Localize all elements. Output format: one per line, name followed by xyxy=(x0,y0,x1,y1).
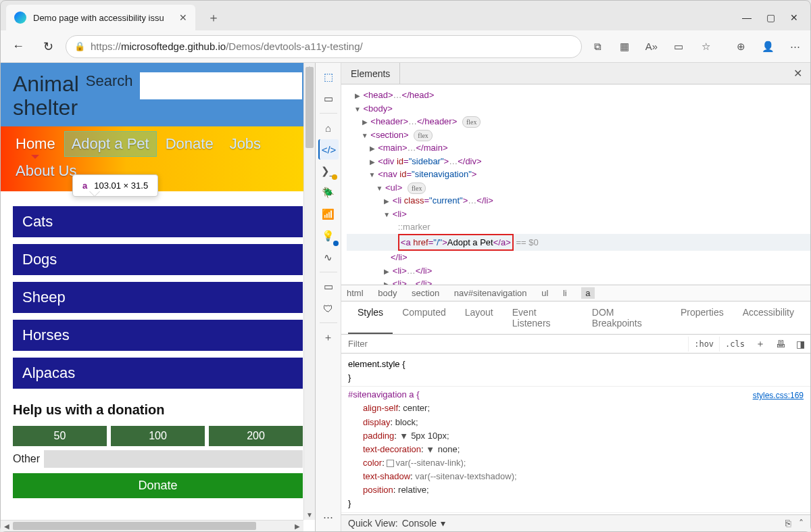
network-panel-icon[interactable]: 📶 xyxy=(318,204,339,224)
close-tab-icon[interactable]: ✕ xyxy=(179,12,187,23)
more-tools-icon[interactable]: ⋯ xyxy=(318,507,339,527)
scroll-right-arrow[interactable]: ▶ xyxy=(293,521,302,531)
sources-panel-icon[interactable]: 🪲 xyxy=(318,183,339,203)
quick-view-bar[interactable]: Quick View: Console ▾ ⎘ ˄ xyxy=(341,514,810,531)
tab-properties[interactable]: Properties xyxy=(671,301,733,334)
titlebar: Demo page with accessibility issu ✕ ＋ — … xyxy=(1,1,810,30)
devtools-panel: ⬚ ▭ ⌂ </> ❯_ 🪲 📶 💡 ∿ ▭ 🛡 ＋ ⋯ Elements xyxy=(315,63,810,531)
nav-adopt[interactable]: Adopt a Pet xyxy=(65,132,156,156)
toggle-cls[interactable]: .cls xyxy=(719,337,750,352)
quick-view-panel[interactable]: Console xyxy=(402,518,437,529)
favorite-icon[interactable]: ☆ xyxy=(695,37,716,57)
computed-mode-icon[interactable]: 🖶 xyxy=(770,336,791,352)
styles-pane[interactable]: element.style { } styles.css:169 #sitena… xyxy=(341,354,810,514)
donate-button[interactable]: Donate xyxy=(13,473,303,498)
devtools-tabbar: Elements ✕ xyxy=(341,63,810,84)
search-label: Search xyxy=(86,72,133,90)
element-inspect-tooltip: a 103.01 × 31.5 xyxy=(72,174,158,197)
styles-filter-input[interactable] xyxy=(341,335,688,353)
category-alpacas[interactable]: Alpacas xyxy=(13,358,303,389)
site-title: Animalshelter xyxy=(13,72,79,120)
devtools-activity-bar: ⬚ ▭ ⌂ </> ❯_ 🪲 📶 💡 ∿ ▭ 🛡 ＋ ⋯ xyxy=(316,63,341,531)
console-panel-icon[interactable]: ❯_ xyxy=(318,161,339,181)
selected-dom-node[interactable]: <a href="/">Adopt a Pet</a> xyxy=(398,234,514,251)
url-text: https://microsoftedge.github.io/Demos/de… xyxy=(91,41,573,52)
device-emulation-icon[interactable]: ▭ xyxy=(318,89,339,109)
tab-styles[interactable]: Styles xyxy=(348,301,393,334)
tab-dom-breakpoints[interactable]: DOM Breakpoints xyxy=(583,301,671,334)
window-controls: — ▢ ✕ xyxy=(742,12,810,23)
profile-icon[interactable]: 👤 xyxy=(758,37,778,57)
donate-50[interactable]: 50 xyxy=(13,426,107,446)
reader-icon[interactable]: ▭ xyxy=(668,37,689,57)
screenshot-icon[interactable]: ⧉ xyxy=(587,37,608,57)
vertical-scrollbar-thumb[interactable] xyxy=(305,67,314,148)
tab-layout[interactable]: Layout xyxy=(456,301,503,334)
security-panel-icon[interactable]: 🛡 xyxy=(318,298,339,318)
category-dogs[interactable]: Dogs xyxy=(13,244,303,275)
tooltip-dimensions: 103.01 × 31.5 xyxy=(94,180,148,191)
styles-filter-row: :hov .cls ＋ 🖶 ◨ xyxy=(341,335,810,354)
tab-title: Demo page with accessibility issu xyxy=(33,13,172,23)
address-bar[interactable]: 🔒 https://microsoftedge.github.io/Demos/… xyxy=(66,35,582,58)
add-tool-icon[interactable]: ＋ xyxy=(318,327,339,347)
memory-panel-icon[interactable]: ∿ xyxy=(318,247,339,268)
search-input[interactable] xyxy=(140,72,302,99)
browser-tab[interactable]: Demo page with accessibility issu ✕ xyxy=(6,5,195,30)
welcome-icon[interactable]: ⌂ xyxy=(318,118,339,138)
nav-home[interactable]: Home xyxy=(9,132,62,156)
elements-panel-icon[interactable]: </> xyxy=(318,139,339,160)
performance-panel-icon[interactable]: 💡 xyxy=(318,226,339,246)
devtools-close-icon[interactable]: ✕ xyxy=(785,67,810,80)
nav-donate[interactable]: Donate xyxy=(159,132,220,156)
rule-element-style: element.style { } xyxy=(341,356,810,387)
category-sheep[interactable]: Sheep xyxy=(13,282,303,313)
nav-jobs[interactable]: Jobs xyxy=(223,132,268,156)
vertical-scrollbar[interactable]: ▲ ▼ xyxy=(303,63,315,520)
scroll-left-arrow[interactable]: ◀ xyxy=(2,521,11,531)
tab-accessibility[interactable]: Accessibility xyxy=(733,301,804,334)
category-list: Cats Dogs Sheep Horses Alpacas xyxy=(1,191,315,393)
toolbar-icons: ⧉ ▦ A» ▭ ☆ ⊕ 👤 ⋯ xyxy=(587,37,805,57)
sidebar-toggle-icon[interactable]: ◨ xyxy=(791,336,810,352)
donate-100[interactable]: 100 xyxy=(111,426,205,446)
navigation-bar: ← ↻ 🔒 https://microsoftedge.github.io/De… xyxy=(1,30,810,63)
quick-view-label: Quick View: xyxy=(348,518,398,529)
scroll-down-arrow[interactable]: ▼ xyxy=(304,511,315,518)
back-button[interactable]: ← xyxy=(6,34,30,59)
horizontal-scrollbar-thumb[interactable] xyxy=(13,522,256,530)
category-horses[interactable]: Horses xyxy=(13,320,303,351)
page-viewport: Animalshelter Search Home Adopt a Pet Do… xyxy=(1,63,315,531)
tab-event-listeners[interactable]: Event Listeners xyxy=(503,301,583,334)
horizontal-scrollbar[interactable]: ◀ ▶ xyxy=(1,520,303,531)
apps-icon[interactable]: ▦ xyxy=(614,37,635,57)
quick-view-issues-icon[interactable]: ⎘ xyxy=(785,518,791,529)
collections-icon[interactable]: ⊕ xyxy=(731,37,751,57)
donation-heading: Help us with a donation xyxy=(13,402,303,418)
tooltip-tagname: a xyxy=(82,180,87,191)
new-tab-button[interactable]: ＋ xyxy=(202,7,225,28)
minimize-button[interactable]: — xyxy=(742,12,752,23)
new-style-rule-icon[interactable]: ＋ xyxy=(750,335,770,353)
read-aloud-icon[interactable]: A» xyxy=(641,37,662,57)
close-window-button[interactable]: ✕ xyxy=(790,12,798,23)
inspect-tool-icon[interactable]: ⬚ xyxy=(318,67,339,87)
category-cats[interactable]: Cats xyxy=(13,206,303,237)
rule-source-link[interactable]: styles.css:169 xyxy=(753,389,804,402)
edge-favicon xyxy=(14,11,26,24)
lock-icon: 🔒 xyxy=(74,41,85,51)
menu-icon[interactable]: ⋯ xyxy=(785,37,805,57)
dom-breadcrumbs[interactable]: html body section nav#sitenavigation ul … xyxy=(341,285,810,301)
other-amount-input[interactable] xyxy=(44,450,303,468)
chevron-down-icon[interactable]: ▾ xyxy=(441,518,445,529)
refresh-button[interactable]: ↻ xyxy=(36,34,60,59)
donate-200[interactable]: 200 xyxy=(209,426,303,446)
maximize-button[interactable]: ▢ xyxy=(766,12,775,23)
donation-section: Help us with a donation 50 100 200 Other… xyxy=(1,393,315,508)
application-panel-icon[interactable]: ▭ xyxy=(318,276,339,297)
tab-computed[interactable]: Computed xyxy=(393,301,456,334)
elements-tab[interactable]: Elements xyxy=(341,63,400,84)
quick-view-collapse-icon[interactable]: ˄ xyxy=(799,518,804,529)
dom-tree[interactable]: ▶ <head>…</head> ▼ <body> ▶ <header>…</h… xyxy=(341,84,810,285)
toggle-hov[interactable]: :hov xyxy=(688,337,719,352)
